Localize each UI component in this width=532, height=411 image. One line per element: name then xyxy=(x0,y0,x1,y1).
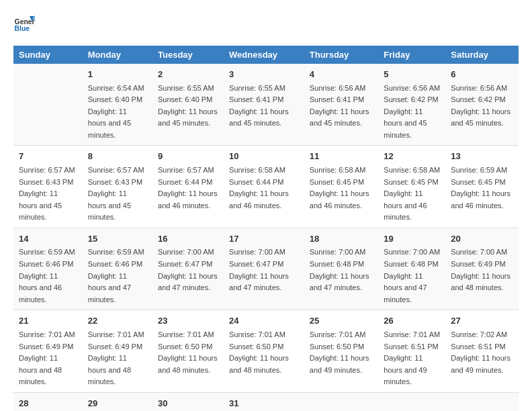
cell-info: Sunrise: 6:56 AMSunset: 6:42 PMDaylight:… xyxy=(451,84,511,128)
day-number: 21 xyxy=(19,314,77,328)
cell-info: Sunrise: 6:58 AMSunset: 6:45 PMDaylight:… xyxy=(310,166,369,210)
cell-info: Sunrise: 6:59 AMSunset: 6:46 PMDaylight:… xyxy=(19,248,75,303)
week-row-4: 21Sunrise: 7:01 AMSunset: 6:49 PMDayligh… xyxy=(13,310,519,392)
day-number: 11 xyxy=(310,150,373,163)
day-cell: 6Sunrise: 6:56 AMSunset: 6:42 PMDaylight… xyxy=(445,64,519,146)
week-row-3: 14Sunrise: 6:59 AMSunset: 6:46 PMDayligh… xyxy=(13,228,519,310)
cell-info: Sunrise: 7:00 AMSunset: 6:48 PMDaylight:… xyxy=(384,248,440,303)
day-number: 2 xyxy=(158,68,218,81)
svg-text:Blue: Blue xyxy=(15,25,30,32)
day-number: 18 xyxy=(310,232,373,246)
day-cell: 29Sunrise: 7:02 AMSunset: 6:52 PMDayligh… xyxy=(83,392,152,411)
day-cell xyxy=(378,392,445,411)
day-cell: 12Sunrise: 6:58 AMSunset: 6:45 PMDayligh… xyxy=(378,146,445,228)
cell-info: Sunrise: 7:01 AMSunset: 6:51 PMDaylight:… xyxy=(384,330,440,385)
day-cell: 31Sunrise: 7:02 AMSunset: 6:52 PMDayligh… xyxy=(224,392,304,411)
cell-info: Sunrise: 7:00 AMSunset: 6:48 PMDaylight:… xyxy=(310,248,369,291)
day-number: 17 xyxy=(229,232,299,246)
cell-info: Sunrise: 6:57 AMSunset: 6:43 PMDaylight:… xyxy=(88,166,144,221)
day-number: 15 xyxy=(88,232,147,246)
calendar-table: SundayMondayTuesdayWednesdayThursdayFrid… xyxy=(13,46,519,411)
day-cell: 17Sunrise: 7:00 AMSunset: 6:47 PMDayligh… xyxy=(224,228,304,310)
day-number: 8 xyxy=(88,150,147,163)
day-number: 27 xyxy=(451,314,513,328)
cell-info: Sunrise: 6:58 AMSunset: 6:44 PMDaylight:… xyxy=(229,166,289,210)
day-cell: 15Sunrise: 6:59 AMSunset: 6:46 PMDayligh… xyxy=(83,228,152,310)
cell-info: Sunrise: 7:01 AMSunset: 6:49 PMDaylight:… xyxy=(88,330,144,385)
day-number: 30 xyxy=(158,397,218,410)
cell-info: Sunrise: 6:56 AMSunset: 6:42 PMDaylight:… xyxy=(384,84,440,139)
day-number: 9 xyxy=(158,150,218,163)
day-cell: 26Sunrise: 7:01 AMSunset: 6:51 PMDayligh… xyxy=(378,310,445,392)
cell-info: Sunrise: 7:01 AMSunset: 6:50 PMDaylight:… xyxy=(310,330,369,374)
cell-info: Sunrise: 7:01 AMSunset: 6:50 PMDaylight:… xyxy=(229,330,289,374)
day-cell: 11Sunrise: 6:58 AMSunset: 6:45 PMDayligh… xyxy=(304,146,379,228)
cell-info: Sunrise: 7:00 AMSunset: 6:49 PMDaylight:… xyxy=(451,248,511,291)
day-cell: 19Sunrise: 7:00 AMSunset: 6:48 PMDayligh… xyxy=(378,228,445,310)
day-number: 5 xyxy=(384,68,440,81)
day-number: 13 xyxy=(451,150,513,163)
day-cell: 23Sunrise: 7:01 AMSunset: 6:50 PMDayligh… xyxy=(152,310,224,392)
cell-info: Sunrise: 6:57 AMSunset: 6:44 PMDaylight:… xyxy=(158,166,218,210)
logo: General Blue xyxy=(13,13,35,35)
day-number: 1 xyxy=(88,68,147,81)
day-number: 24 xyxy=(229,314,299,328)
day-cell: 18Sunrise: 7:00 AMSunset: 6:48 PMDayligh… xyxy=(304,228,379,310)
day-cell: 14Sunrise: 6:59 AMSunset: 6:46 PMDayligh… xyxy=(13,228,83,310)
header-row: SundayMondayTuesdayWednesdayThursdayFrid… xyxy=(13,46,519,64)
header-cell-sunday: Sunday xyxy=(13,46,83,64)
day-cell: 2Sunrise: 6:55 AMSunset: 6:40 PMDaylight… xyxy=(152,64,224,146)
day-cell xyxy=(304,392,379,411)
cell-info: Sunrise: 7:00 AMSunset: 6:47 PMDaylight:… xyxy=(158,248,218,291)
calendar-header: SundayMondayTuesdayWednesdayThursdayFrid… xyxy=(13,46,519,64)
header-cell-saturday: Saturday xyxy=(445,46,519,64)
day-cell: 9Sunrise: 6:57 AMSunset: 6:44 PMDaylight… xyxy=(152,146,224,228)
day-cell: 27Sunrise: 7:02 AMSunset: 6:51 PMDayligh… xyxy=(445,310,519,392)
cell-info: Sunrise: 6:59 AMSunset: 6:45 PMDaylight:… xyxy=(451,166,511,210)
day-number: 28 xyxy=(19,397,77,410)
cell-info: Sunrise: 6:58 AMSunset: 6:45 PMDaylight:… xyxy=(384,166,440,221)
header-cell-thursday: Thursday xyxy=(304,46,379,64)
cell-info: Sunrise: 7:02 AMSunset: 6:51 PMDaylight:… xyxy=(451,330,511,374)
day-cell: 16Sunrise: 7:00 AMSunset: 6:47 PMDayligh… xyxy=(152,228,224,310)
day-cell: 20Sunrise: 7:00 AMSunset: 6:49 PMDayligh… xyxy=(445,228,519,310)
cell-info: Sunrise: 7:00 AMSunset: 6:47 PMDaylight:… xyxy=(229,248,289,291)
day-cell: 3Sunrise: 6:55 AMSunset: 6:41 PMDaylight… xyxy=(224,64,304,146)
day-cell: 22Sunrise: 7:01 AMSunset: 6:49 PMDayligh… xyxy=(83,310,152,392)
day-number: 3 xyxy=(229,68,299,81)
day-number: 6 xyxy=(451,68,513,81)
day-cell: 25Sunrise: 7:01 AMSunset: 6:50 PMDayligh… xyxy=(304,310,379,392)
day-cell: 28Sunrise: 7:02 AMSunset: 6:51 PMDayligh… xyxy=(13,392,83,411)
logo-icon: General Blue xyxy=(13,13,35,35)
day-cell: 5Sunrise: 6:56 AMSunset: 6:42 PMDaylight… xyxy=(378,64,445,146)
day-number: 23 xyxy=(158,314,218,328)
page-header: General Blue xyxy=(13,13,519,35)
day-number: 29 xyxy=(88,397,147,410)
day-cell: 8Sunrise: 6:57 AMSunset: 6:43 PMDaylight… xyxy=(83,146,152,228)
day-cell: 24Sunrise: 7:01 AMSunset: 6:50 PMDayligh… xyxy=(224,310,304,392)
cell-info: Sunrise: 6:55 AMSunset: 6:41 PMDaylight:… xyxy=(229,84,289,128)
day-number: 20 xyxy=(451,232,513,246)
day-cell xyxy=(13,64,83,146)
week-row-1: 1Sunrise: 6:54 AMSunset: 6:40 PMDaylight… xyxy=(13,64,519,146)
cell-info: Sunrise: 6:55 AMSunset: 6:40 PMDaylight:… xyxy=(158,84,218,128)
cell-info: Sunrise: 6:59 AMSunset: 6:46 PMDaylight:… xyxy=(88,248,144,303)
day-number: 25 xyxy=(310,314,373,328)
week-row-2: 7Sunrise: 6:57 AMSunset: 6:43 PMDaylight… xyxy=(13,146,519,228)
cell-info: Sunrise: 7:01 AMSunset: 6:50 PMDaylight:… xyxy=(158,330,218,374)
day-number: 14 xyxy=(19,232,77,246)
day-number: 10 xyxy=(229,150,299,163)
cell-info: Sunrise: 6:56 AMSunset: 6:41 PMDaylight:… xyxy=(310,84,369,128)
day-number: 31 xyxy=(229,397,299,410)
day-number: 7 xyxy=(19,150,77,163)
header-cell-tuesday: Tuesday xyxy=(152,46,224,64)
day-number: 22 xyxy=(88,314,147,328)
day-cell: 30Sunrise: 7:02 AMSunset: 6:52 PMDayligh… xyxy=(152,392,224,411)
day-cell: 10Sunrise: 6:58 AMSunset: 6:44 PMDayligh… xyxy=(224,146,304,228)
header-cell-friday: Friday xyxy=(378,46,445,64)
day-number: 26 xyxy=(384,314,440,328)
day-number: 16 xyxy=(158,232,218,246)
cell-info: Sunrise: 7:01 AMSunset: 6:49 PMDaylight:… xyxy=(19,330,75,385)
day-number: 12 xyxy=(384,150,440,163)
day-cell: 7Sunrise: 6:57 AMSunset: 6:43 PMDaylight… xyxy=(13,146,83,228)
